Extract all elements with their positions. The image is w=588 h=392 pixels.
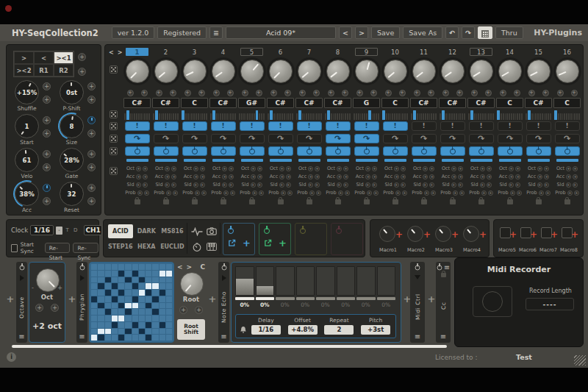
- scale-grid-cell[interactable]: [166, 277, 172, 283]
- key-cell[interactable]: [276, 113, 277, 120]
- scale-grid-cell[interactable]: [112, 322, 118, 328]
- key-cell[interactable]: [476, 113, 478, 120]
- scale-grid-cell[interactable]: [98, 329, 104, 335]
- param-dec-button[interactable]: +: [279, 182, 284, 188]
- key-cell-active[interactable]: [126, 110, 129, 120]
- param-dec-button[interactable]: +: [279, 166, 284, 171]
- waveform-icon[interactable]: [190, 224, 204, 238]
- power-icon[interactable]: [300, 228, 306, 234]
- gate-bar[interactable]: [356, 159, 378, 162]
- param-dec-button[interactable]: +: [222, 182, 227, 188]
- key-cell[interactable]: [458, 113, 459, 120]
- scale-grid-cell[interactable]: [91, 316, 97, 321]
- scale-grid-cell[interactable]: [166, 322, 172, 328]
- key-cell[interactable]: [376, 113, 377, 120]
- key-cell[interactable]: [159, 113, 160, 120]
- step-dec-button[interactable]: +: [270, 90, 277, 96]
- key-cell[interactable]: [333, 113, 334, 120]
- key-cell-active[interactable]: [212, 110, 215, 120]
- root-shift-button[interactable]: Root Shift: [177, 319, 205, 340]
- step-inc-button[interactable]: +: [227, 90, 234, 96]
- scale-module-strip[interactable]: Phrygian ≡: [76, 262, 87, 343]
- key-cell[interactable]: [341, 113, 343, 120]
- key-cell[interactable]: [177, 113, 179, 120]
- step-number[interactable]: 16: [563, 49, 571, 56]
- save-as-button[interactable]: Save As: [403, 26, 442, 39]
- scale-grid-cell[interactable]: [112, 283, 118, 289]
- octave-inc-button[interactable]: +: [51, 304, 59, 312]
- step-note-value[interactable]: C#: [267, 98, 294, 108]
- key-cell[interactable]: [451, 113, 453, 120]
- key-cell[interactable]: [230, 113, 232, 120]
- scale-grid-cell[interactable]: [132, 329, 138, 335]
- macro-assign-button[interactable]: +: [479, 229, 487, 240]
- param-inc-button[interactable]: +: [315, 166, 320, 171]
- key-cell[interactable]: [153, 113, 154, 120]
- key-cell[interactable]: [243, 113, 245, 120]
- param-inc-button[interactable]: +: [229, 166, 234, 171]
- collapse-arrow-icon[interactable]: [80, 275, 85, 281]
- param-dec-button[interactable]: +: [537, 166, 542, 171]
- accent-button[interactable]: !: [326, 121, 351, 131]
- echo-bar-slot[interactable]: [235, 266, 254, 296]
- key-cell-active[interactable]: [413, 110, 416, 120]
- scale-grid-cell[interactable]: [112, 296, 118, 302]
- knob-velo[interactable]: 61: [15, 148, 39, 172]
- key-cell[interactable]: [364, 113, 365, 120]
- key-cell[interactable]: [406, 113, 408, 120]
- key-cell[interactable]: [396, 113, 398, 120]
- step-note-value[interactable]: C#: [410, 98, 437, 108]
- lock-icon[interactable]: [135, 199, 140, 204]
- scale-grid-cell[interactable]: [166, 271, 172, 277]
- key-cell[interactable]: [558, 113, 559, 120]
- step-number[interactable]: 10: [391, 49, 399, 56]
- page-next-button[interactable]: >: [118, 49, 123, 56]
- clock-value[interactable]: 1/16: [30, 225, 54, 235]
- key-cell[interactable]: [290, 113, 291, 120]
- param-dec-button[interactable]: +: [337, 182, 342, 188]
- param-inc-button[interactable]: +: [286, 174, 291, 179]
- key-cell[interactable]: [464, 113, 465, 120]
- param-value[interactable]: 1/16: [251, 325, 281, 335]
- knob-inc-button[interactable]: +: [43, 150, 51, 158]
- key-cell[interactable]: [356, 113, 357, 120]
- accent-button[interactable]: !: [182, 121, 207, 131]
- scale-grid-cell[interactable]: [91, 329, 97, 335]
- key-cell[interactable]: [448, 113, 449, 120]
- module-slot-4[interactable]: [331, 223, 363, 255]
- param-inc-button[interactable]: +: [200, 174, 205, 179]
- scale-grid-cell[interactable]: [146, 290, 151, 296]
- step-dec-button[interactable]: +: [442, 90, 449, 96]
- step-pitch-knob[interactable]: [183, 60, 207, 83]
- scale-grid-cell[interactable]: [159, 283, 165, 289]
- key-cell[interactable]: [526, 113, 527, 120]
- key-cell[interactable]: [206, 113, 207, 120]
- knob-size[interactable]: 8: [60, 114, 84, 138]
- key-cell[interactable]: [545, 113, 547, 120]
- param-dec-button[interactable]: +: [394, 174, 399, 179]
- scale-grid-cell[interactable]: [146, 277, 151, 283]
- scale-grid-cell[interactable]: [98, 316, 104, 321]
- power-icon[interactable]: [336, 228, 342, 234]
- scale-grid-cell[interactable]: [118, 277, 124, 283]
- param-inc-button[interactable]: +: [458, 182, 463, 188]
- key-cell[interactable]: [169, 113, 171, 120]
- power-icon[interactable]: [19, 266, 24, 271]
- param-inc-button[interactable]: +: [229, 174, 234, 179]
- macro-assign-button[interactable]: +: [530, 229, 537, 240]
- start-sync-checkbox[interactable]: [11, 244, 18, 252]
- record-length-value[interactable]: ----: [526, 298, 574, 310]
- key-cell[interactable]: [249, 113, 251, 120]
- key-cell[interactable]: [216, 113, 218, 120]
- param-inc-button[interactable]: +: [171, 174, 176, 179]
- scale-grid-cell[interactable]: [118, 322, 124, 328]
- param-dec-button[interactable]: +: [308, 174, 313, 179]
- lock-icon[interactable]: [478, 199, 484, 204]
- param-dec-button[interactable]: +: [308, 182, 313, 188]
- add-icon[interactable]: +: [279, 239, 287, 247]
- key-cell[interactable]: [425, 113, 426, 120]
- step-number[interactable]: 7: [307, 49, 311, 56]
- step-power-button[interactable]: [297, 146, 322, 156]
- param-dec-button[interactable]: +: [308, 166, 313, 171]
- step-pitch-knob[interactable]: [527, 60, 551, 83]
